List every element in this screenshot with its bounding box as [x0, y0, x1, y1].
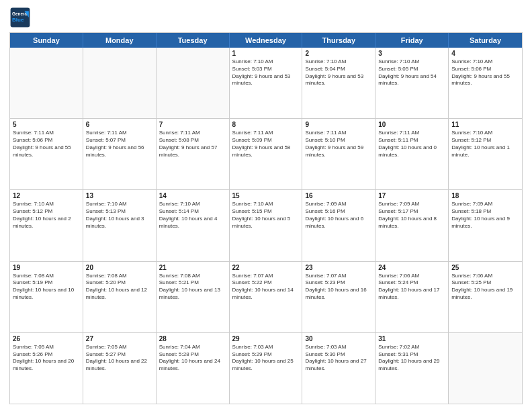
- day-cell-24: 24Sunrise: 7:06 AM Sunset: 5:24 PM Dayli…: [375, 262, 449, 332]
- day-cell-3: 3Sunrise: 7:10 AM Sunset: 5:05 PM Daylig…: [375, 48, 449, 118]
- day-cell-4: 4Sunrise: 7:10 AM Sunset: 5:06 PM Daylig…: [449, 48, 522, 118]
- day-info: Sunrise: 7:11 AM Sunset: 5:09 PM Dayligh…: [232, 130, 300, 158]
- day-cell-16: 16Sunrise: 7:09 AM Sunset: 5:16 PM Dayli…: [302, 190, 375, 261]
- day-cell-29: 29Sunrise: 7:03 AM Sunset: 5:29 PM Dayli…: [230, 333, 303, 404]
- logo-icon: General Blue: [9, 7, 31, 28]
- day-header-tuesday: Tuesday: [157, 33, 230, 48]
- day-info: Sunrise: 7:10 AM Sunset: 5:12 PM Dayligh…: [451, 130, 519, 158]
- day-cell-23: 23Sunrise: 7:07 AM Sunset: 5:23 PM Dayli…: [302, 262, 375, 332]
- day-info: Sunrise: 7:10 AM Sunset: 5:03 PM Dayligh…: [232, 58, 300, 87]
- day-headers: SundayMondayTuesdayWednesdayThursdayFrid…: [10, 33, 522, 48]
- week-row-2: 5Sunrise: 7:11 AM Sunset: 5:06 PM Daylig…: [10, 119, 522, 190]
- day-info: Sunrise: 7:10 AM Sunset: 5:05 PM Dayligh…: [378, 58, 445, 87]
- day-info: Sunrise: 7:08 AM Sunset: 5:19 PM Dayligh…: [13, 273, 80, 302]
- day-number: 9: [305, 121, 372, 128]
- day-number: 13: [86, 192, 153, 199]
- day-info: Sunrise: 7:03 AM Sunset: 5:30 PM Dayligh…: [305, 344, 372, 373]
- day-number: 21: [159, 264, 226, 271]
- day-cell-27: 27Sunrise: 7:05 AM Sunset: 5:27 PM Dayli…: [83, 333, 157, 404]
- day-info: Sunrise: 7:10 AM Sunset: 5:06 PM Dayligh…: [451, 58, 519, 87]
- day-cell-28: 28Sunrise: 7:04 AM Sunset: 5:28 PM Dayli…: [157, 333, 230, 404]
- day-cell-11: 11Sunrise: 7:10 AM Sunset: 5:12 PM Dayli…: [449, 119, 522, 189]
- day-number: 26: [13, 335, 80, 342]
- day-cell-15: 15Sunrise: 7:10 AM Sunset: 5:15 PM Dayli…: [230, 190, 303, 261]
- week-row-4: 19Sunrise: 7:08 AM Sunset: 5:19 PM Dayli…: [10, 262, 522, 333]
- day-number: 8: [232, 121, 300, 128]
- day-info: Sunrise: 7:07 AM Sunset: 5:23 PM Dayligh…: [305, 273, 372, 302]
- day-cell-empty: [83, 48, 157, 118]
- day-number: 1: [232, 50, 300, 57]
- day-header-monday: Monday: [83, 33, 157, 48]
- day-info: Sunrise: 7:04 AM Sunset: 5:28 PM Dayligh…: [159, 344, 226, 373]
- day-number: 20: [86, 264, 153, 271]
- day-header-friday: Friday: [375, 33, 449, 48]
- day-cell-18: 18Sunrise: 7:09 AM Sunset: 5:18 PM Dayli…: [449, 190, 522, 261]
- day-cell-22: 22Sunrise: 7:07 AM Sunset: 5:22 PM Dayli…: [230, 262, 303, 332]
- day-info: Sunrise: 7:08 AM Sunset: 5:20 PM Dayligh…: [86, 273, 153, 302]
- day-cell-7: 7Sunrise: 7:11 AM Sunset: 5:08 PM Daylig…: [157, 119, 230, 189]
- day-number: 3: [378, 50, 445, 57]
- day-cell-5: 5Sunrise: 7:11 AM Sunset: 5:06 PM Daylig…: [10, 119, 83, 189]
- week-row-3: 12Sunrise: 7:10 AM Sunset: 5:12 PM Dayli…: [10, 190, 522, 261]
- day-cell-17: 17Sunrise: 7:09 AM Sunset: 5:17 PM Dayli…: [375, 190, 449, 261]
- day-info: Sunrise: 7:10 AM Sunset: 5:13 PM Dayligh…: [86, 201, 153, 230]
- day-number: 16: [305, 192, 372, 199]
- day-cell-empty: [10, 48, 83, 118]
- day-cell-19: 19Sunrise: 7:08 AM Sunset: 5:19 PM Dayli…: [10, 262, 83, 332]
- day-info: Sunrise: 7:10 AM Sunset: 5:14 PM Dayligh…: [159, 201, 226, 230]
- day-info: Sunrise: 7:03 AM Sunset: 5:29 PM Dayligh…: [232, 344, 300, 373]
- day-cell-2: 2Sunrise: 7:10 AM Sunset: 5:04 PM Daylig…: [302, 48, 375, 118]
- day-info: Sunrise: 7:11 AM Sunset: 5:08 PM Dayligh…: [159, 130, 226, 158]
- day-cell-1: 1Sunrise: 7:10 AM Sunset: 5:03 PM Daylig…: [230, 48, 303, 118]
- week-row-1: 1Sunrise: 7:10 AM Sunset: 5:03 PM Daylig…: [10, 48, 522, 119]
- day-cell-21: 21Sunrise: 7:08 AM Sunset: 5:21 PM Dayli…: [157, 262, 230, 332]
- day-number: 28: [159, 335, 226, 342]
- day-number: 22: [232, 264, 300, 271]
- day-number: 7: [159, 121, 226, 128]
- day-cell-9: 9Sunrise: 7:11 AM Sunset: 5:10 PM Daylig…: [302, 119, 375, 189]
- calendar: SundayMondayTuesdayWednesdayThursdayFrid…: [9, 32, 523, 404]
- day-info: Sunrise: 7:09 AM Sunset: 5:17 PM Dayligh…: [378, 201, 445, 230]
- day-info: Sunrise: 7:09 AM Sunset: 5:16 PM Dayligh…: [305, 201, 372, 230]
- day-number: 11: [451, 121, 519, 128]
- day-number: 14: [159, 192, 226, 199]
- day-info: Sunrise: 7:11 AM Sunset: 5:07 PM Dayligh…: [86, 130, 153, 158]
- logo: General Blue: [9, 7, 34, 28]
- day-number: 5: [13, 121, 80, 128]
- day-number: 6: [86, 121, 153, 128]
- day-info: Sunrise: 7:10 AM Sunset: 5:12 PM Dayligh…: [13, 201, 80, 230]
- day-cell-8: 8Sunrise: 7:11 AM Sunset: 5:09 PM Daylig…: [230, 119, 303, 189]
- day-cell-13: 13Sunrise: 7:10 AM Sunset: 5:13 PM Dayli…: [83, 190, 157, 261]
- day-info: Sunrise: 7:06 AM Sunset: 5:25 PM Dayligh…: [451, 273, 519, 302]
- day-cell-6: 6Sunrise: 7:11 AM Sunset: 5:07 PM Daylig…: [83, 119, 157, 189]
- day-info: Sunrise: 7:08 AM Sunset: 5:21 PM Dayligh…: [159, 273, 226, 302]
- header: General Blue: [9, 7, 523, 28]
- day-info: Sunrise: 7:11 AM Sunset: 5:10 PM Dayligh…: [305, 130, 372, 158]
- day-number: 23: [305, 264, 372, 271]
- day-number: 19: [13, 264, 80, 271]
- svg-text:Blue: Blue: [12, 17, 24, 23]
- calendar-body: 1Sunrise: 7:10 AM Sunset: 5:03 PM Daylig…: [10, 48, 522, 404]
- day-cell-25: 25Sunrise: 7:06 AM Sunset: 5:25 PM Dayli…: [449, 262, 522, 332]
- day-info: Sunrise: 7:10 AM Sunset: 5:04 PM Dayligh…: [305, 58, 372, 87]
- day-info: Sunrise: 7:06 AM Sunset: 5:24 PM Dayligh…: [378, 273, 445, 302]
- day-info: Sunrise: 7:10 AM Sunset: 5:15 PM Dayligh…: [232, 201, 300, 230]
- day-header-saturday: Saturday: [449, 33, 522, 48]
- day-number: 31: [378, 335, 445, 342]
- day-number: 18: [451, 192, 519, 199]
- day-cell-empty: [449, 333, 522, 404]
- day-cell-20: 20Sunrise: 7:08 AM Sunset: 5:20 PM Dayli…: [83, 262, 157, 332]
- day-info: Sunrise: 7:11 AM Sunset: 5:06 PM Dayligh…: [13, 130, 80, 158]
- day-number: 12: [13, 192, 80, 199]
- day-number: 15: [232, 192, 300, 199]
- day-header-thursday: Thursday: [302, 33, 375, 48]
- day-header-wednesday: Wednesday: [230, 33, 303, 48]
- day-info: Sunrise: 7:05 AM Sunset: 5:27 PM Dayligh…: [86, 344, 153, 373]
- page: General Blue SundayMondayTuesdayWednesda…: [0, 0, 532, 411]
- day-info: Sunrise: 7:11 AM Sunset: 5:11 PM Dayligh…: [378, 130, 445, 158]
- day-cell-12: 12Sunrise: 7:10 AM Sunset: 5:12 PM Dayli…: [10, 190, 83, 261]
- day-cell-empty: [157, 48, 230, 118]
- day-cell-10: 10Sunrise: 7:11 AM Sunset: 5:11 PM Dayli…: [375, 119, 449, 189]
- day-number: 4: [451, 50, 519, 57]
- day-cell-26: 26Sunrise: 7:05 AM Sunset: 5:26 PM Dayli…: [10, 333, 83, 404]
